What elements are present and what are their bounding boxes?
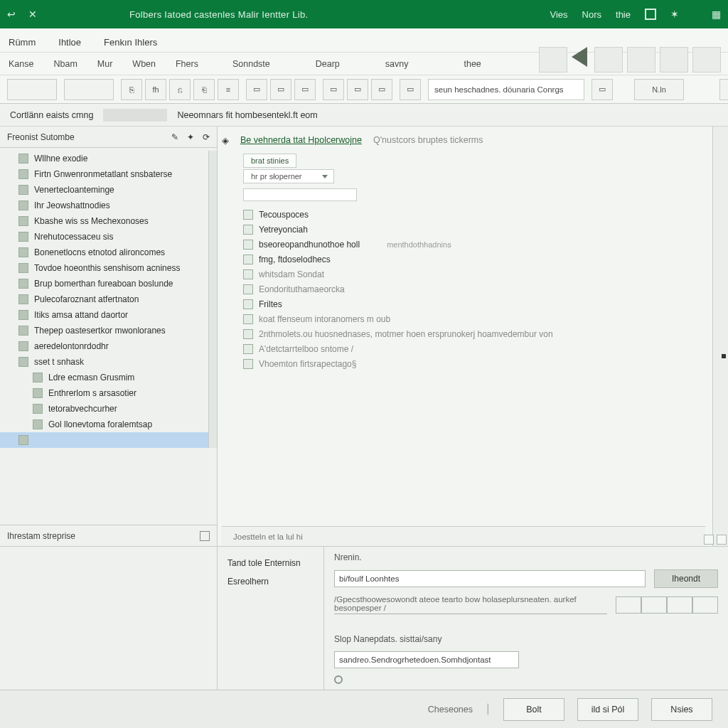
titlebar-item-0[interactable]: Vies [550, 9, 568, 20]
tool-btn-10[interactable]: ▭ [323, 79, 344, 100]
titlebar-item-2[interactable]: thie [616, 9, 631, 20]
content-crumb-active[interactable]: Be vehnerda ttat Hpolcerwojne [240, 135, 362, 145]
tool-btn-16[interactable]: iera [719, 79, 728, 100]
doc-row-0[interactable]: Tecouspoces [243, 207, 705, 222]
tree-item-11[interactable]: Thepep oastesertkor mwonloranes [0, 323, 208, 338]
settings-icon[interactable]: ✶ [670, 9, 679, 20]
tool-btn-4[interactable]: ⎌ [169, 79, 191, 100]
tool-btn-8[interactable]: ▭ [270, 79, 291, 100]
tree-item-16[interactable]: tetorabvechcurher [0, 401, 208, 417]
tree-item-7[interactable]: Tovdoe hoeonthis senshisom acniness [0, 260, 208, 276]
tool-btn-6[interactable]: ≡ [218, 79, 239, 100]
menu-item-0[interactable]: Rümm [9, 37, 36, 52]
tab-6[interactable]: Dearp [316, 59, 340, 69]
thumb-2[interactable] [627, 47, 655, 73]
tree-item-14[interactable]: Ldre ecmasn Grusmim [0, 370, 208, 385]
doc-row-2[interactable]: bseoreopandhunothoe hollmenthdothhadnins [243, 237, 705, 252]
tree-item-6[interactable]: Bonenetlocns etnotod alironcomes [0, 245, 208, 260]
tool-btn-5[interactable]: ⎗ [193, 79, 215, 100]
doc-row-8[interactable]: 2nthmolets.ou huosnednases, motmer hoen … [243, 326, 705, 341]
menu-item-2[interactable]: Fenkın Ihlers [104, 37, 157, 52]
grid-icon[interactable]: ▦ [712, 9, 721, 20]
tab-2[interactable]: Mur [97, 59, 113, 69]
tree-tool-2[interactable]: ⟳ [203, 132, 210, 142]
tool-btn-1[interactable] [64, 79, 114, 100]
doc-row-5[interactable]: Eondorituthamaeorcka [243, 282, 705, 296]
doc-row-10[interactable]: Vhoemton firtsrapectago§ [243, 356, 705, 371]
tree-item-4[interactable]: Kbashe wis ss Mechexonoses [0, 213, 208, 229]
tool-btn-14[interactable]: ▭ [592, 79, 613, 100]
doc-row-7[interactable]: koat ffenseum intoranomers m oub [243, 311, 705, 326]
doc-row-6[interactable]: Friltes [243, 296, 705, 311]
maximize-icon[interactable] [645, 9, 656, 20]
arrow-left-icon[interactable] [572, 47, 587, 67]
tree-item-3[interactable]: Ihr Jeowshattnodies [0, 198, 208, 213]
tool-btn-9[interactable]: ▭ [294, 79, 316, 100]
tool-btn-7[interactable]: ▭ [246, 79, 267, 100]
apply-button[interactable]: ild si Pól [577, 698, 638, 721]
titlebar-item-1[interactable]: Nors [582, 9, 601, 20]
tree-item-12[interactable]: aeredelontonrdodhr [0, 338, 208, 354]
detail-tab-b[interactable]: Esreolhern [228, 572, 314, 591]
tool-btn-0[interactable] [7, 79, 57, 100]
thumb-3[interactable] [660, 47, 688, 73]
back-icon[interactable]: ↩ [7, 9, 16, 20]
tree-item-9[interactable]: Pulecofaroznant atfertnaton [0, 291, 208, 307]
content-scrollbar[interactable] [712, 127, 728, 546]
tab-5[interactable]: Sonndste [232, 59, 270, 69]
action-link[interactable]: Cheseones [428, 705, 473, 714]
tree-tool-1[interactable]: ✦ [187, 132, 194, 142]
minitab-b[interactable]: hr pr słoperner [243, 169, 334, 183]
tool-btn-3[interactable]: fh [145, 79, 166, 100]
tree-item-0[interactable]: Wllhne exodie [0, 151, 208, 166]
tab-4[interactable]: Fhers [176, 59, 198, 69]
tree-scrollbar[interactable] [208, 151, 217, 448]
detail-tab-a[interactable]: Tand tole Enternisn [228, 554, 314, 572]
more-button[interactable]: Nsies [651, 698, 712, 721]
breadcrumb-field[interactable] [103, 109, 167, 122]
content-subfield[interactable] [243, 188, 357, 201]
doc-row-9[interactable]: A'detctarrtelboo sntome / [243, 341, 705, 356]
search-button[interactable]: Iheondt [654, 569, 718, 588]
tab-7[interactable]: savny [385, 59, 409, 69]
tool-btn-13[interactable]: ▭ [400, 79, 421, 100]
tool-btn-12[interactable]: ▭ [371, 79, 392, 100]
tree-item-10[interactable]: Itiks amsa attand daortor [0, 307, 208, 323]
tab-1[interactable]: Nbam [53, 59, 77, 69]
tree-item-15[interactable]: Enthrerlom s arsasotier [0, 385, 208, 401]
section-input[interactable] [334, 651, 519, 668]
edit-button[interactable]: Bolt [503, 698, 564, 721]
tree-item-2[interactable]: Venertecloanteminge [0, 182, 208, 198]
path-btn-0[interactable] [616, 596, 641, 614]
tab-3[interactable]: Wben [132, 59, 156, 69]
name-input[interactable] [334, 570, 646, 587]
tool-btn-15[interactable]: N.ln [634, 79, 684, 100]
tab-8[interactable]: thee [464, 59, 481, 69]
thumb-1[interactable] [594, 47, 623, 73]
breadcrumb-seg-0[interactable]: Cortlänn eaists cmng [10, 110, 93, 120]
radio-option[interactable] [334, 675, 343, 684]
path-btn-3[interactable] [692, 596, 718, 614]
path-btn-2[interactable] [667, 596, 692, 614]
tool-btn-11[interactable]: ▭ [347, 79, 368, 100]
tree-footer-toggle[interactable] [200, 531, 210, 541]
toolbar-search[interactable]: seun heschadnes. döunaria Conrgs [428, 79, 584, 100]
minitab-a[interactable]: brat stinies [243, 154, 296, 168]
path-btn-1[interactable] [641, 596, 667, 614]
thumb-4[interactable] [692, 47, 721, 73]
tree-item-13[interactable]: sset t snhask [0, 354, 208, 370]
doc-row-1[interactable]: Yetreyonciah [243, 222, 705, 237]
doc-row-4[interactable]: whitsdam Sondat [243, 267, 705, 282]
doc-row-3[interactable]: fmg, ftdoselodhecs [243, 252, 705, 267]
scroll-btn-a[interactable] [704, 535, 714, 545]
tree-tool-0[interactable]: ✎ [171, 132, 178, 142]
tree-item-5[interactable]: Nrehutocessaceu sis [0, 229, 208, 245]
tree-item-18[interactable] [0, 432, 208, 448]
tab-0[interactable]: Kanse [9, 59, 33, 69]
tree-item-8[interactable]: Brup bomerthan fureaboan boslunde [0, 276, 208, 291]
scroll-btn-b[interactable] [717, 535, 727, 545]
tool-btn-2[interactable]: ⎘ [121, 79, 142, 100]
tree-item-17[interactable]: Gol llonevtoma foralemtsap [0, 417, 208, 432]
menu-item-1[interactable]: Ihtloe [58, 37, 81, 52]
tree-item-1[interactable]: Firtn Gnwenronmetatlant snsbaterse [0, 166, 208, 182]
